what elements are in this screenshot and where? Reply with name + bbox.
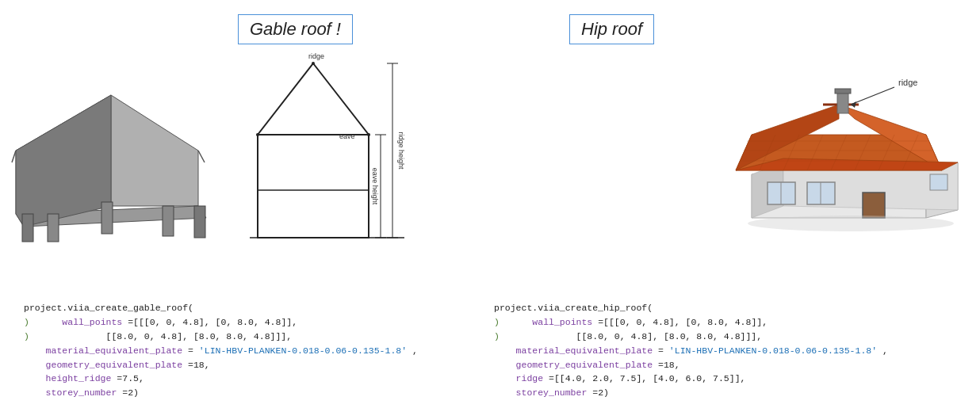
gable-code-line7: storey_number =2) [24, 386, 418, 400]
svg-marker-61 [851, 101, 856, 108]
svg-rect-55 [930, 174, 947, 190]
svg-point-17 [256, 133, 259, 136]
svg-rect-8 [48, 214, 59, 242]
svg-marker-4 [16, 95, 111, 227]
gable-roof-title: Gable roof ! [238, 14, 353, 44]
gable-code-line2: ) wall_points =[[[0, 0, 4.8], [0, 8.0, 4… [24, 315, 418, 330]
svg-rect-54 [863, 193, 885, 218]
hip-code-line5: geometry_equivalent_plate =18, [494, 358, 888, 372]
gable-svg [8, 48, 218, 246]
svg-point-58 [748, 216, 954, 231]
svg-text:ridge: ridge [898, 78, 917, 87]
gable-3d-image [8, 48, 214, 246]
hip-code-line4: material_equivalent_plate = 'LIN-HBV-PLA… [494, 344, 888, 358]
gable-code-line5: geometry_equivalent_plate =18, [24, 358, 418, 372]
gable-code-line1: project.viia_create_gable_roof( [24, 301, 418, 315]
hip-roof-title: Hip roof [569, 14, 654, 44]
gable-code-line3: ) [[8.0, 0, 4.8], [8.0, 8.0, 4.8]]], [24, 330, 418, 344]
gable-code-line4: material_equivalent_plate = 'LIN-HBV-PLA… [24, 344, 418, 358]
svg-marker-1 [111, 95, 198, 206]
svg-rect-9 [163, 206, 174, 236]
hip-code-line2: ) wall_points =[[[0, 0, 4.8], [0, 8.0, 4… [494, 315, 888, 330]
gable-title-text: Gable roof ! [250, 19, 341, 39]
hip-code-block: project.viia_create_hip_roof( ) wall_poi… [494, 301, 888, 400]
svg-point-16 [312, 62, 315, 65]
gable-code-block: project.viia_create_gable_roof( ) wall_p… [24, 301, 418, 400]
left-section: Gable roof ! [0, 0, 490, 412]
svg-text:eave height: eave height [371, 168, 379, 205]
svg-text:eave: eave [339, 132, 355, 140]
gable-code-line6: height_ridge =7.5, [24, 372, 418, 386]
hip-3d-image: ridge [720, 48, 958, 246]
hip-code-line6: ridge =[[4.0, 2.0, 7.5], [4.0, 6.0, 7.5]… [494, 372, 888, 386]
hip-code-line1: project.viia_create_hip_roof( [494, 301, 888, 315]
hip-title-text: Hip roof [581, 19, 642, 39]
svg-rect-56 [837, 91, 848, 113]
hip-code-line3: ) [[8.0, 0, 4.8], [8.0, 8.0, 4.8]]], [494, 330, 888, 344]
hip-svg: ridge [720, 48, 966, 246]
svg-line-59 [851, 87, 894, 105]
svg-rect-6 [194, 206, 205, 238]
hip-code-line7: storey_number =2) [494, 386, 888, 400]
svg-rect-5 [22, 214, 33, 242]
diagram-svg: ridge eave eave height ridge height [234, 48, 408, 261]
svg-rect-57 [835, 89, 851, 93]
svg-rect-7 [101, 202, 113, 234]
svg-line-10 [12, 151, 16, 162]
svg-line-11 [198, 151, 205, 162]
svg-text:ridge: ridge [308, 52, 324, 60]
gable-diagram: ridge eave eave height ridge height [234, 48, 408, 254]
svg-text:ridge height: ridge height [397, 132, 405, 170]
right-section: Hip roof [490, 0, 980, 412]
svg-rect-12 [258, 135, 369, 238]
svg-marker-14 [258, 63, 369, 135]
svg-point-18 [367, 133, 370, 136]
